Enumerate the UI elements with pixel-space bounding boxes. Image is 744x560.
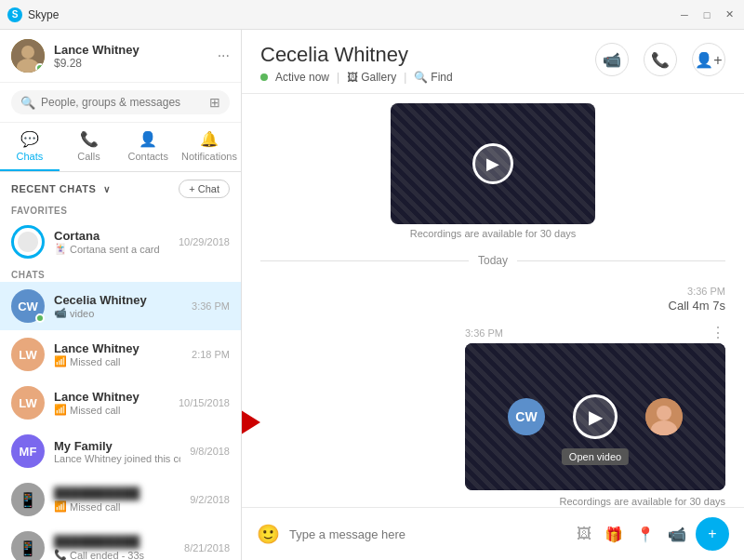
minimize-button[interactable]: ─ [677, 7, 692, 22]
chat-header: Cecelia Whitney Active now | 🖼 Gallery |… [242, 30, 744, 94]
list-item[interactable]: Cortana 🃏 Cortana sent a card 10/29/2018 [0, 218, 241, 266]
svg-point-1 [21, 46, 34, 59]
search-icon: 🔍 [20, 96, 35, 110]
video-time: 3:36 PM [465, 327, 503, 339]
call-message: 3:36 PM Call 4m 7s [260, 286, 725, 313]
favorites-header: FAVORITES [0, 202, 241, 218]
tab-contacts-label: Contacts [128, 151, 168, 162]
maximize-button[interactable]: □ [699, 7, 714, 22]
location-button[interactable]: 📍 [636, 526, 655, 543]
message-input-area: 🙂 🖼 🎁 📍 📹 + [242, 507, 744, 560]
avatar: LW [11, 386, 45, 420]
chat-info: Lance Whitney 📶 Missed call [54, 390, 169, 416]
avatar: MF [11, 434, 45, 468]
video-call-button[interactable]: 📹 [595, 43, 629, 76]
gift-button[interactable]: 🎁 [604, 526, 623, 543]
list-item[interactable]: LW Lance Whitney 📶 Missed call 2:18 PM [0, 330, 241, 379]
search-box: 🔍 ⊞ [0, 83, 241, 123]
close-button[interactable]: ✕ [722, 7, 737, 22]
search-wrapper: 🔍 ⊞ [11, 90, 230, 114]
call-time: 3:36 PM [687, 286, 725, 297]
video-player[interactable]: CW ▶ Open video [465, 343, 725, 490]
tab-notifications[interactable]: 🔔 Notifications [178, 123, 241, 171]
missed-call-icon: 📶 [54, 404, 67, 416]
title-bar: S Skype ─ □ ✕ [0, 0, 744, 30]
missed-call-icon: 📶 [54, 355, 67, 367]
gallery-link[interactable]: 🖼 Gallery [347, 71, 396, 84]
list-item[interactable]: 📱 ██████████ 📶 Missed call 9/2/2018 [0, 475, 241, 524]
search-input[interactable] [41, 96, 204, 109]
chat-header-info: Cecelia Whitney Active now | 🖼 Gallery |… [260, 43, 453, 84]
status-dot [35, 63, 45, 73]
status-bar: Active now | 🖼 Gallery | 🔍 Find [260, 71, 453, 84]
old-video-message: ▶ Recordings are available for 30 days [260, 103, 725, 239]
tab-calls[interactable]: 📞 Calls [60, 123, 119, 171]
contacts-icon: 👤 [139, 130, 157, 148]
contact-name: Cecelia Whitney [260, 43, 453, 67]
play-button[interactable]: ▶ [472, 143, 513, 184]
list-item[interactable]: MF My Family Lance Whitney joined this c… [0, 427, 241, 475]
profile-balance: $9.28 [54, 57, 208, 70]
title-bar-controls: ─ □ ✕ [677, 7, 737, 22]
main-container: Lance Whitney $9.28 ··· 🔍 ⊞ 💬 Chats 📞 Ca… [0, 30, 744, 560]
avatar: CW [11, 289, 45, 323]
avatar: 📱 [11, 483, 45, 516]
video-message-button[interactable]: 📹 [668, 526, 686, 543]
tab-notifications-label: Notifications [181, 151, 237, 162]
audio-call-button[interactable]: 📞 [644, 43, 677, 76]
chat-list: Cortana 🃏 Cortana sent a card 10/29/2018… [0, 218, 241, 560]
active-status: Active now [275, 71, 329, 84]
video-thumbnail[interactable]: ▶ [391, 103, 595, 224]
tab-calls-label: Calls [77, 151, 100, 162]
new-chat-button[interactable]: + Chat [179, 180, 230, 198]
chat-info: Cortana 🃏 Cortana sent a card [54, 229, 169, 255]
chevron-down-icon: ∨ [103, 184, 111, 194]
video-overlay: CW ▶ Open video [465, 343, 725, 490]
skype-icon: S [7, 7, 22, 22]
recording-caption-bottom: Recordings are available for 30 days [559, 496, 725, 507]
add-participant-button[interactable]: 👤+ [692, 43, 725, 76]
title-bar-left: S Skype [7, 7, 59, 22]
gallery-icon: 🖼 [347, 71, 358, 84]
calls-icon: 📞 [80, 130, 99, 148]
chat-info: ██████████ 📶 Missed call [54, 487, 180, 513]
grid-icon[interactable]: ⊞ [209, 95, 220, 110]
message-input[interactable] [289, 527, 567, 541]
messages-area: ▶ Recordings are available for 30 days T… [242, 94, 744, 507]
list-item[interactable]: CW Cecelia Whitney 📹 video 3:36 PM [0, 282, 241, 330]
chats-icon: 💬 [20, 130, 39, 148]
tab-chats-label: Chats [16, 151, 43, 162]
image-attach-button[interactable]: 🖼 [577, 526, 591, 542]
chat-info: Cecelia Whitney 📹 video [54, 293, 182, 319]
chat-header-actions: 📹 📞 👤+ [595, 43, 725, 76]
find-icon: 🔍 [414, 71, 428, 84]
list-item[interactable]: LW Lance Whitney 📶 Missed call 10/15/201… [0, 379, 241, 427]
input-actions: 🖼 🎁 📍 📹 [577, 526, 686, 543]
call-icon: 📞 [54, 549, 67, 560]
person-left-avatar: CW [508, 398, 545, 435]
tab-contacts[interactable]: 👤 Contacts [118, 123, 178, 171]
video-icon: 📹 [54, 307, 67, 319]
red-arrow [242, 394, 260, 454]
avatar [11, 39, 45, 73]
more-options-icon[interactable]: ⋮ [711, 324, 725, 341]
card-icon: 🃏 [54, 243, 67, 255]
notifications-icon: 🔔 [200, 130, 219, 148]
svg-marker-4 [242, 399, 260, 446]
call-duration: Call 4m 7s [669, 299, 725, 313]
tab-chats[interactable]: 💬 Chats [0, 123, 60, 171]
profile-info: Lance Whitney $9.28 [54, 43, 208, 70]
play-video-button[interactable]: ▶ [573, 394, 618, 439]
list-item[interactable]: 📱 ██████████ 📞 Call ended - 33s 8/21/201… [0, 524, 241, 560]
chats-section-label: CHATS [0, 266, 241, 282]
video-time-header: 3:36 PM ⋮ [465, 324, 725, 341]
svg-point-6 [657, 406, 671, 420]
send-button[interactable]: + [696, 517, 729, 551]
status-dot [35, 313, 45, 323]
emoji-button[interactable]: 🙂 [257, 523, 280, 545]
avatar: 📱 [11, 531, 45, 560]
find-link[interactable]: 🔍 Find [414, 71, 452, 84]
more-options-button[interactable]: ··· [218, 47, 230, 64]
recent-chats-header: RECENT CHATS ∨ + Chat [0, 172, 241, 202]
recent-chats-label: RECENT CHATS ∨ [11, 183, 110, 194]
